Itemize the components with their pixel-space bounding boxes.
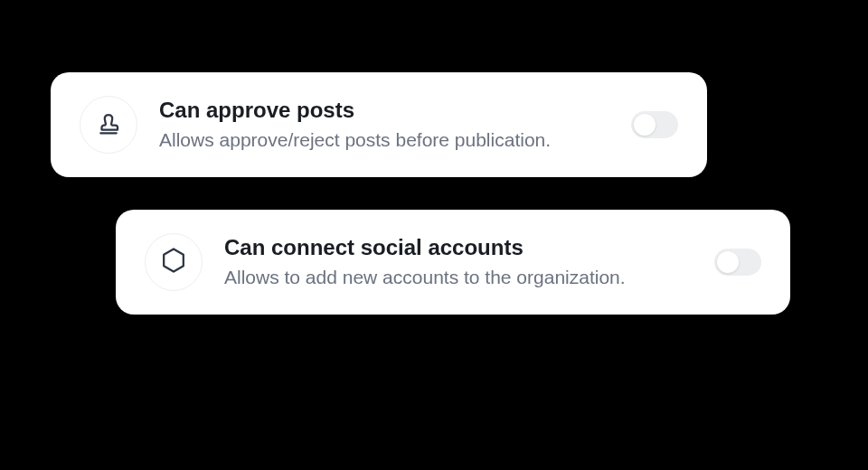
permission-toggle-connect-accounts[interactable] (714, 249, 761, 276)
permission-text: Can approve posts Allows approve/reject … (159, 96, 609, 154)
toggle-knob (717, 251, 739, 273)
toggle-knob (634, 114, 656, 136)
stamp-icon (95, 109, 122, 140)
permission-toggle-approve-posts[interactable] (631, 111, 678, 138)
permission-title: Can connect social accounts (224, 233, 693, 261)
permission-description: Allows approve/reject posts before publi… (159, 127, 609, 153)
permission-icon-container (80, 96, 137, 154)
permission-card-connect-accounts: Can connect social accounts Allows to ad… (116, 210, 790, 315)
permission-card-approve-posts: Can approve posts Allows approve/reject … (51, 72, 707, 177)
permission-description: Allows to add new accounts to the organi… (224, 265, 693, 290)
permission-icon-container (145, 233, 203, 291)
hexagon-icon (160, 247, 187, 277)
permission-title: Can approve posts (159, 96, 609, 124)
permission-text: Can connect social accounts Allows to ad… (224, 233, 693, 291)
